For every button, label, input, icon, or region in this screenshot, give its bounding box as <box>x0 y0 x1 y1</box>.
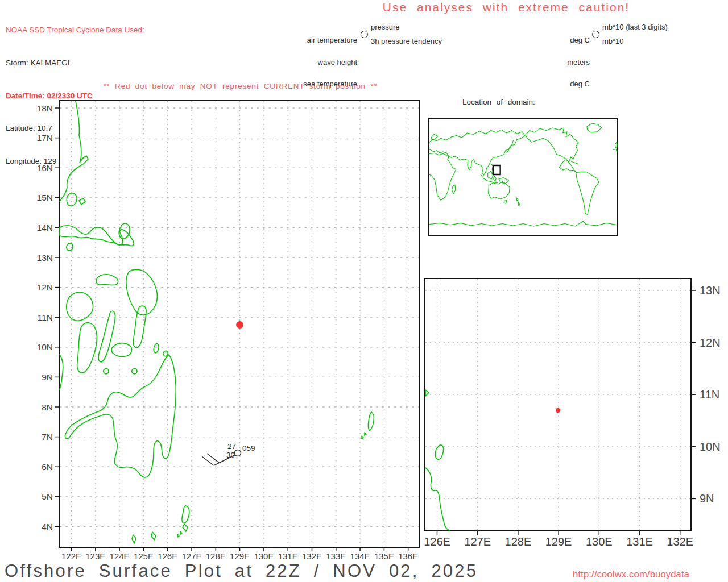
lon-axis-label: 130E <box>586 535 613 548</box>
legend-pressure-label: pressure <box>371 23 400 31</box>
station-pressure: 059 <box>242 444 255 452</box>
lat-axis-label: 12N <box>37 282 53 292</box>
storm-position-dot <box>556 408 560 413</box>
lat-axis-label: 5N <box>42 492 53 501</box>
coastline <box>425 390 429 396</box>
legend-air-temperature-label: air temperature <box>250 37 357 44</box>
lat-axis-label: 7N <box>42 432 53 442</box>
right_map-canvas: 126E127E128E129E130E131E132E9N10N11N12N1… <box>425 279 690 530</box>
world-coastline <box>516 197 520 206</box>
coastline <box>79 198 85 205</box>
lat-axis-label: 8N <box>42 402 53 412</box>
storm-position-dot <box>236 321 243 329</box>
coastline <box>182 506 189 523</box>
main_map-canvas: 122E123E124E125E126E127E128E129E130E131E… <box>60 101 419 547</box>
coastline <box>60 355 63 390</box>
lat-axis-label: 13N <box>37 253 53 263</box>
main-map: 122E123E124E125E126E127E128E129E130E131E… <box>59 100 420 548</box>
coastline <box>126 269 158 315</box>
coastline <box>67 193 77 206</box>
coastline <box>111 343 132 357</box>
legend-degc-bottom-label: deg C <box>512 81 590 88</box>
station-circle-icon <box>361 31 368 38</box>
legend-mb10-last3-label: mb*10 (last 3 digits) <box>602 23 668 31</box>
coastline <box>60 226 134 246</box>
coastline <box>132 369 137 374</box>
station-sea-temp: 30 <box>226 451 235 459</box>
coastline <box>435 445 443 460</box>
world-map-canvas <box>429 119 617 235</box>
lon-axis-label: 127E <box>181 551 201 561</box>
world-coastline <box>615 142 617 148</box>
world-coastline <box>429 130 525 175</box>
coastline <box>98 311 115 362</box>
world-coastline <box>576 172 599 214</box>
world-coastline <box>429 153 446 155</box>
station-air-temp: 27 <box>228 442 236 451</box>
lon-axis-label: 130E <box>254 551 274 561</box>
station-circle <box>235 450 241 456</box>
lon-axis-label: 136E <box>398 551 418 561</box>
lat-axis-label: 10N <box>700 440 721 453</box>
lon-axis-label: 124E <box>110 551 130 561</box>
lat-axis-label: 14N <box>37 223 53 232</box>
coastline <box>96 275 118 285</box>
lon-axis-label: 133E <box>326 551 346 561</box>
world-coastline <box>613 149 617 153</box>
lat-axis-label: 16N <box>37 163 53 173</box>
lon-axis-label: 125E <box>134 551 154 561</box>
coastline <box>67 243 73 251</box>
plot-title: Offshore Surface Plot at 22Z / NOV 02, 2… <box>5 561 478 581</box>
lon-axis-label: 126E <box>158 551 177 561</box>
units-legend-left-column: deg C meters deg C <box>512 23 590 95</box>
world-coastline <box>429 155 456 201</box>
lon-axis-label: 129E <box>230 551 250 561</box>
lat-axis-label: 10N <box>37 342 53 352</box>
legend-pressure-tendency-label: 3h pressure tendency <box>371 37 442 45</box>
world-coastline <box>494 176 497 181</box>
lat-axis-label: 18N <box>37 103 53 113</box>
coastline <box>362 433 366 439</box>
source-url: http://coolwx.com/buoydata <box>573 569 689 580</box>
lat-axis-label: 6N <box>42 462 53 472</box>
legend-degc-top-label: deg C <box>512 37 590 44</box>
world-coastline <box>489 181 510 199</box>
inset-title: Location of domain: <box>462 98 535 106</box>
coastline <box>132 535 136 543</box>
lon-axis-label: 129E <box>545 535 572 548</box>
legend-mb10-label: mb*10 <box>602 37 624 45</box>
zoom-map: 126E127E128E129E130E131E132E9N10N11N12N1… <box>424 278 692 531</box>
lat-axis-label: 9N <box>42 372 53 382</box>
lon-axis-label: 131E <box>278 551 298 561</box>
lon-axis-label: 127E <box>464 535 491 548</box>
coastline <box>163 351 168 356</box>
lat-axis-label: 17N <box>37 133 53 143</box>
units-circle-icon <box>592 31 599 38</box>
coastline <box>77 323 97 373</box>
coastline <box>67 292 93 321</box>
world-coastline <box>452 185 455 194</box>
domain-rectangle <box>493 165 500 174</box>
lat-axis-label: 13N <box>700 284 721 297</box>
world-coastline <box>504 201 507 204</box>
coastline <box>60 101 88 201</box>
caution-banner: Use analyses with extreme caution! <box>330 1 682 14</box>
world-map <box>428 118 618 236</box>
coastline <box>183 524 188 531</box>
legend-wave-height-label: wave height <box>250 59 357 66</box>
coastline <box>104 369 109 374</box>
lon-axis-label: 135E <box>374 551 394 561</box>
coastline <box>154 344 159 353</box>
coastline <box>368 412 374 431</box>
storm-position-warning: ** Red dot below may NOT represent CURRE… <box>57 82 424 90</box>
header-datetime: Date/Time: 02/2330 UTC <box>6 90 144 101</box>
world-coastline <box>526 128 578 173</box>
lat-axis-label: 12N <box>700 336 721 349</box>
lon-axis-label: 122E <box>61 551 81 561</box>
coastline <box>119 223 130 239</box>
coastline <box>177 531 182 537</box>
lon-axis-label: 131E <box>626 535 653 548</box>
world-coastline <box>571 161 578 164</box>
lat-axis-label: 11N <box>700 388 719 401</box>
lon-axis-label: 132E <box>302 551 322 561</box>
